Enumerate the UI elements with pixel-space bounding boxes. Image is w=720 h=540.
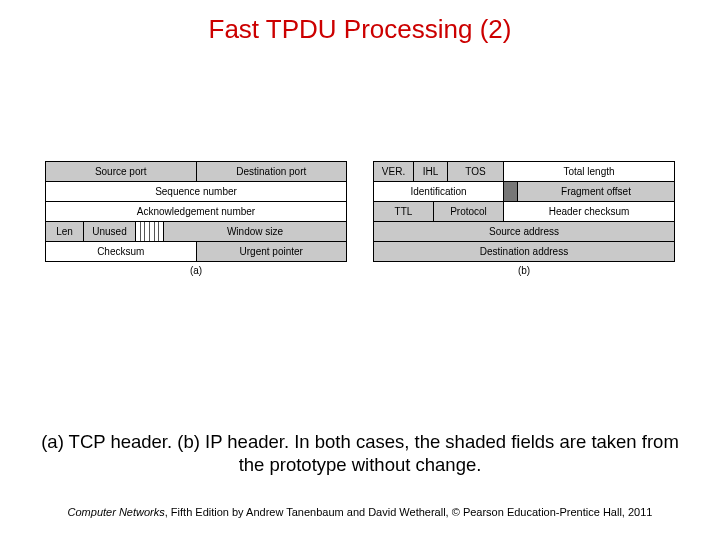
- tcp-urgent-pointer: Urgent pointer: [197, 242, 347, 261]
- ip-ttl: TTL: [374, 202, 434, 221]
- ip-dest-address: Destination address: [374, 242, 674, 261]
- tcp-checksum: Checksum: [46, 242, 197, 261]
- credit-book-title: Computer Networks: [68, 506, 165, 518]
- ip-total-length: Total length: [504, 162, 674, 181]
- ip-header-checksum: Header checksum: [504, 202, 674, 221]
- ip-source-address: Source address: [374, 222, 674, 241]
- ip-ver: VER.: [374, 162, 414, 181]
- header-diagrams: Source port Destination port Sequence nu…: [0, 161, 720, 276]
- ip-protocol: Protocol: [434, 202, 504, 221]
- tcp-seq-number: Sequence number: [46, 182, 346, 201]
- ip-flags-dark: [504, 182, 518, 201]
- ip-ihl: IHL: [414, 162, 448, 181]
- figure-description: (a) TCP header. (b) IP header. In both c…: [0, 430, 720, 476]
- ip-header-diagram: VER. IHL TOS Total length Identification…: [373, 161, 675, 276]
- page-title: Fast TPDU Processing (2): [0, 0, 720, 45]
- tcp-flags: [136, 222, 164, 241]
- ip-identification: Identification: [374, 182, 504, 201]
- ip-tos: TOS: [448, 162, 504, 181]
- tcp-ack-number: Acknowledgement number: [46, 202, 346, 221]
- credit-line: Computer Networks, Fifth Edition by Andr…: [0, 506, 720, 518]
- tcp-source-port: Source port: [46, 162, 197, 181]
- tcp-caption: (a): [45, 265, 347, 276]
- ip-caption: (b): [373, 265, 675, 276]
- tcp-dest-port: Destination port: [197, 162, 347, 181]
- tcp-header-diagram: Source port Destination port Sequence nu…: [45, 161, 347, 276]
- tcp-len: Len: [46, 222, 84, 241]
- ip-fragment-offset: Fragment offset: [518, 182, 674, 201]
- credit-rest: , Fifth Edition by Andrew Tanenbaum and …: [165, 506, 653, 518]
- tcp-window-size: Window size: [164, 222, 346, 241]
- tcp-unused: Unused: [84, 222, 136, 241]
